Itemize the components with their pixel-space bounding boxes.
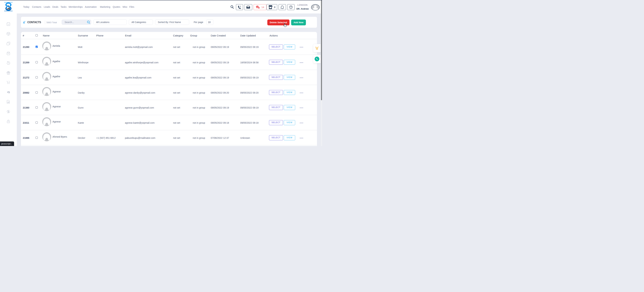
svg-text:12: 12: [8, 24, 9, 25]
